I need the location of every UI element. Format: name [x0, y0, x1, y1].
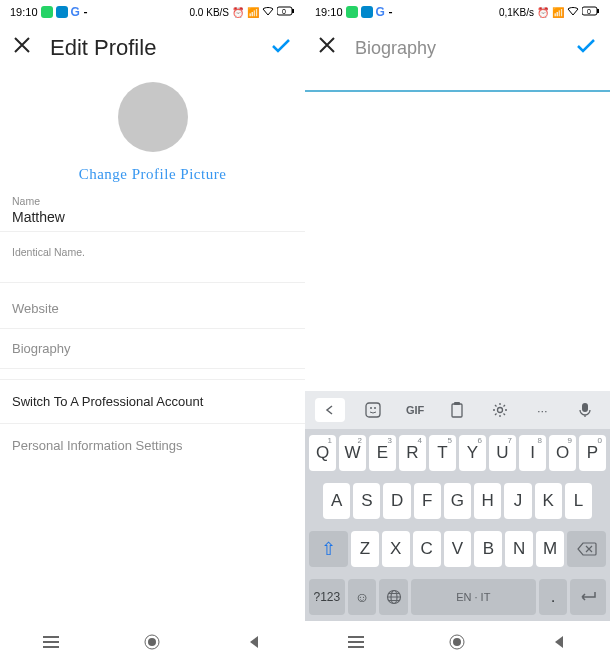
nav-bar: [0, 621, 305, 663]
battery-icon: 0: [277, 6, 295, 18]
page-title: Biography: [355, 38, 556, 59]
kb-key-j[interactable]: J: [504, 483, 531, 519]
confirm-icon[interactable]: [574, 34, 598, 62]
kb-settings-icon[interactable]: [485, 398, 515, 422]
svg-rect-5: [43, 646, 59, 648]
personal-info-link[interactable]: Personal Information Settings: [0, 423, 305, 467]
kb-numeric-key[interactable]: ?123: [309, 579, 345, 615]
kb-emoji-key[interactable]: ☺: [348, 579, 377, 615]
kb-gif-button[interactable]: GIF: [400, 398, 430, 422]
kb-key-s[interactable]: S: [353, 483, 380, 519]
kb-language-key[interactable]: [379, 579, 408, 615]
identical-name-field[interactable]: Identical Name.: [0, 238, 305, 283]
nav-home-icon[interactable]: [132, 632, 172, 652]
name-value: Matthew: [12, 209, 293, 227]
biography-input-underline[interactable]: [305, 90, 610, 92]
nav-home-icon[interactable]: [437, 632, 477, 652]
svg-text:0: 0: [587, 8, 591, 15]
kb-period-key[interactable]: .: [539, 579, 568, 615]
more-icon: ···: [388, 6, 391, 18]
kb-key-w[interactable]: 2W: [339, 435, 366, 471]
change-picture-button[interactable]: Change Profile Picture: [79, 166, 227, 183]
svg-point-12: [370, 407, 372, 409]
kb-key-r[interactable]: 4R: [399, 435, 426, 471]
svg-rect-20: [348, 636, 364, 638]
kb-key-n[interactable]: N: [505, 531, 533, 567]
kb-key-z[interactable]: Z: [351, 531, 379, 567]
kb-key-u[interactable]: 7U: [489, 435, 516, 471]
name-label: Name: [12, 195, 293, 207]
kb-backspace-key[interactable]: [567, 531, 606, 567]
avatar[interactable]: [118, 82, 188, 152]
kb-key-p[interactable]: 0P: [579, 435, 606, 471]
svg-rect-11: [366, 403, 380, 417]
google-icon: G: [71, 5, 80, 19]
kb-key-m[interactable]: M: [536, 531, 564, 567]
confirm-icon[interactable]: [269, 34, 293, 62]
kb-key-o[interactable]: 9O: [549, 435, 576, 471]
svg-rect-9: [597, 9, 599, 13]
kb-key-a[interactable]: A: [323, 483, 350, 519]
whatsapp-icon: [41, 6, 53, 18]
kb-key-q[interactable]: 1Q: [309, 435, 336, 471]
kb-key-v[interactable]: V: [444, 531, 472, 567]
google-icon: G: [376, 5, 385, 19]
svg-rect-21: [348, 641, 364, 643]
more-icon: ···: [83, 6, 86, 18]
kb-key-k[interactable]: K: [535, 483, 562, 519]
kb-key-i[interactable]: 8I: [519, 435, 546, 471]
kb-key-e[interactable]: 3E: [369, 435, 396, 471]
kb-shift-key[interactable]: ⇧: [309, 531, 348, 567]
battery-icon: 0: [582, 6, 600, 18]
keyboard: GIF ··· 1Q2W3E4R5T6Y7U8I9O0P ASDFGHJKL ⇧…: [305, 391, 610, 621]
close-icon[interactable]: [12, 35, 32, 61]
kb-key-f[interactable]: F: [414, 483, 441, 519]
network-speed: 0,1KB/s: [499, 7, 534, 18]
kb-more-icon[interactable]: ···: [527, 398, 557, 422]
kb-key-g[interactable]: G: [444, 483, 471, 519]
kb-key-x[interactable]: X: [382, 531, 410, 567]
wifi-icon: [567, 6, 579, 18]
kb-row-2: ASDFGHJKL: [305, 477, 610, 525]
switch-professional-link[interactable]: Switch To A Professional Account: [0, 379, 305, 423]
alarm-icon: ⏰: [232, 7, 244, 18]
kb-row-1: 1Q2W3E4R5T6Y7U8I9O0P: [305, 429, 610, 477]
app-icon: [361, 6, 373, 18]
kb-key-t[interactable]: 5T: [429, 435, 456, 471]
status-time: 19:10: [315, 6, 343, 18]
kb-clipboard-icon[interactable]: [442, 398, 472, 422]
kb-collapse-icon[interactable]: [315, 398, 345, 422]
kb-key-c[interactable]: C: [413, 531, 441, 567]
kb-space-key[interactable]: EN · IT: [411, 579, 536, 615]
status-bar: 19:10 G ··· 0,1KB/s ⏰ 📶 0: [305, 0, 610, 24]
kb-key-b[interactable]: B: [474, 531, 502, 567]
status-time: 19:10: [10, 6, 38, 18]
kb-key-y[interactable]: 6Y: [459, 435, 486, 471]
nav-menu-icon[interactable]: [31, 632, 71, 652]
svg-rect-3: [43, 636, 59, 638]
kb-row-3: ⇧ ZXCVBNM: [305, 525, 610, 573]
signal-icon: 📶: [552, 7, 564, 18]
name-field[interactable]: Name Matthew: [0, 187, 305, 232]
nav-back-icon[interactable]: [539, 632, 579, 652]
identical-name-label: Identical Name.: [12, 246, 293, 258]
svg-point-7: [148, 638, 156, 646]
kb-sticker-icon[interactable]: [358, 398, 388, 422]
biography-field[interactable]: Biography: [0, 329, 305, 369]
kb-key-d[interactable]: D: [383, 483, 410, 519]
kb-mic-icon[interactable]: [570, 398, 600, 422]
nav-back-icon[interactable]: [234, 632, 274, 652]
svg-rect-22: [348, 646, 364, 648]
header: Edit Profile: [0, 24, 305, 72]
app-icon: [56, 6, 68, 18]
nav-menu-icon[interactable]: [336, 632, 376, 652]
website-field[interactable]: Website: [0, 289, 305, 329]
kb-enter-key[interactable]: [570, 579, 606, 615]
wifi-icon: [262, 6, 274, 18]
close-icon[interactable]: [317, 35, 337, 61]
svg-point-24: [453, 638, 461, 646]
website-label: Website: [12, 301, 59, 316]
kb-key-h[interactable]: H: [474, 483, 501, 519]
kb-key-l[interactable]: L: [565, 483, 592, 519]
biography-label: Biography: [12, 341, 71, 356]
